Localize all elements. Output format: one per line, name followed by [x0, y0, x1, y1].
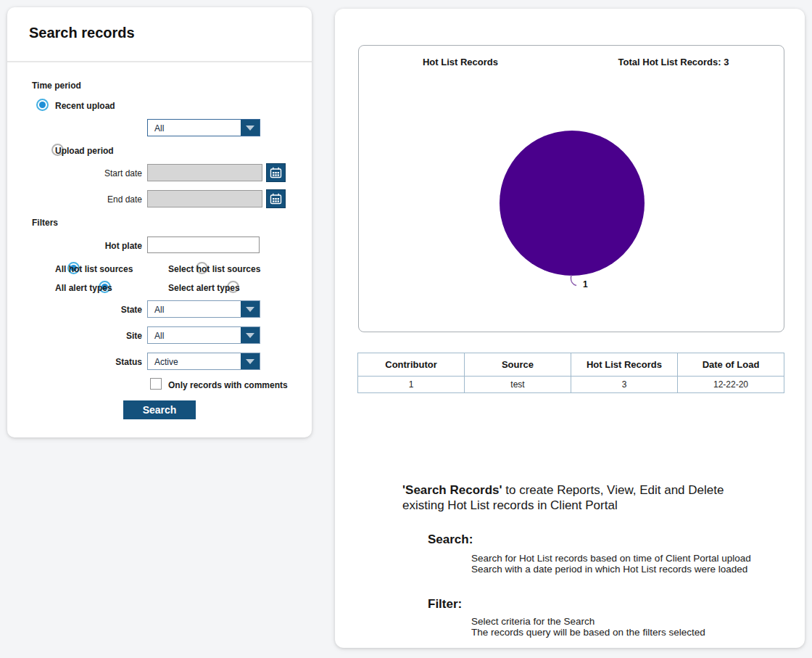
time-period-label: Time period	[32, 81, 81, 91]
chevron-down-icon[interactable]	[241, 120, 260, 136]
end-date-input[interactable]	[147, 190, 262, 207]
upload-period-label: Upload period	[55, 146, 114, 156]
help-filter-line-2: The records query will be based on the f…	[471, 627, 705, 638]
recent-upload-radio[interactable]	[36, 99, 49, 111]
help-search-heading: Search:	[428, 532, 473, 547]
end-date-label: End date	[51, 194, 142, 205]
pie-chart	[500, 131, 645, 276]
site-value: All	[148, 327, 241, 343]
results-panel: Hot List Records Total Hot List Records:…	[335, 9, 805, 648]
comments-checkbox[interactable]	[150, 378, 162, 390]
search-records-panel: Search records Time period Recent upload…	[7, 7, 312, 437]
all-alert-types-label: All alert types	[55, 283, 112, 293]
table-header-row: Contributor Source Hot List Records Date…	[358, 353, 784, 377]
select-hot-list-sources-label: Select hot list sources	[168, 264, 260, 274]
filters-label: Filters	[32, 218, 58, 228]
hot-list-chart-container: Hot List Records Total Hot List Records:…	[358, 45, 784, 332]
status-select[interactable]: Active	[147, 353, 260, 370]
help-intro: 'Search Records' to create Reports, View…	[402, 482, 759, 513]
hot-plate-label: Hot plate	[51, 241, 142, 251]
cell-date-of-load: 12-22-20	[678, 377, 784, 393]
site-select[interactable]: All	[147, 326, 260, 344]
help-intro-bold: 'Search Records'	[402, 483, 502, 497]
site-label: Site	[51, 331, 142, 341]
help-filter-heading: Filter:	[428, 597, 462, 612]
page-title: Search records	[29, 25, 135, 41]
column-header-date-of-load: Date of Load	[678, 353, 784, 377]
hot-plate-input[interactable]	[147, 237, 260, 253]
header-divider	[7, 61, 312, 62]
start-date-input[interactable]	[147, 164, 262, 181]
help-filter-line-1: Select criteria for the Search	[471, 616, 705, 627]
chevron-down-icon[interactable]	[241, 301, 260, 317]
recent-upload-range-value: All	[148, 120, 241, 136]
comments-checkbox-label: Only records with comments	[168, 380, 288, 390]
chart-title: Hot List Records	[359, 57, 562, 67]
chevron-down-icon[interactable]	[241, 353, 260, 369]
column-header-hot-list-records: Hot List Records	[571, 353, 678, 377]
column-header-contributor: Contributor	[358, 353, 465, 377]
chevron-down-icon[interactable]	[241, 327, 260, 343]
cell-source: test	[465, 377, 571, 393]
status-value: Active	[148, 353, 241, 369]
pie-slice-label: 1	[583, 279, 588, 289]
select-alert-types-label: Select alert types	[168, 283, 240, 293]
table-row[interactable]: 1 test 3 12-22-20	[358, 377, 784, 393]
all-hot-list-sources-label: All hot list sources	[55, 264, 133, 274]
calendar-icon	[270, 167, 282, 178]
help-search-line-2: Search with a date period in which Hot L…	[471, 564, 751, 575]
state-select[interactable]: All	[147, 300, 260, 318]
start-date-calendar-button[interactable]	[266, 163, 286, 182]
start-date-label: Start date	[51, 168, 142, 178]
results-table: Contributor Source Hot List Records Date…	[357, 353, 784, 393]
help-filter-lines: Select criteria for the Search The recor…	[471, 616, 705, 638]
help-search-lines: Search for Hot List records based on tim…	[471, 553, 751, 575]
state-value: All	[148, 301, 241, 317]
help-search-line-1: Search for Hot List records based on tim…	[471, 553, 751, 564]
recent-upload-label: Recent upload	[55, 101, 115, 111]
status-label: Status	[51, 357, 142, 367]
recent-upload-range-select[interactable]: All	[147, 119, 260, 136]
state-label: State	[51, 305, 142, 315]
search-button[interactable]: Search	[123, 400, 196, 419]
calendar-icon	[270, 193, 282, 205]
chart-total-label: Total Hot List Records: 3	[562, 57, 785, 67]
cell-contributor: 1	[358, 377, 465, 393]
cell-hot-list-records: 3	[571, 377, 678, 393]
end-date-calendar-button[interactable]	[266, 189, 286, 208]
column-header-source: Source	[465, 353, 571, 377]
